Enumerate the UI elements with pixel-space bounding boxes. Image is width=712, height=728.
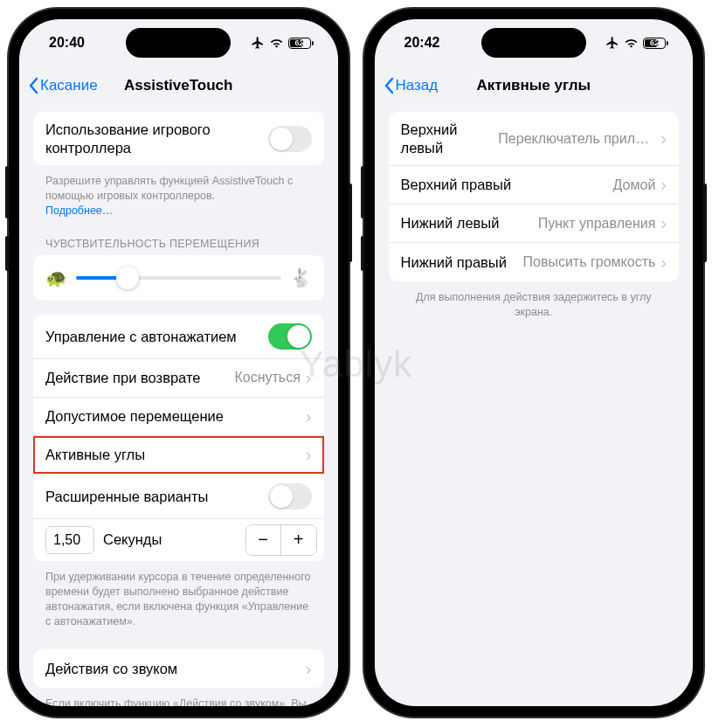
nav-bar: Назад Активные углы — [375, 66, 694, 105]
header-sensitivity: ЧУВСТВИТЕЛЬНОСТЬ ПЕРЕМЕЩЕНИЯ — [33, 225, 324, 253]
stepper-minus[interactable]: − — [246, 525, 281, 555]
footer-game-controller: Разрешите управлять функцией AssistiveTo… — [33, 170, 324, 225]
footer-corners: Для выполнения действия задержитесь в уг… — [389, 287, 680, 327]
back-label: Касание — [40, 77, 98, 94]
row-label: Допустимое перемещение — [45, 407, 304, 426]
row-detail: Коснуться — [234, 370, 300, 385]
chevron-right-icon: › — [660, 213, 667, 233]
row-hot-corners[interactable]: Активные углы › — [33, 436, 324, 475]
row-label: Действие при возврате — [45, 369, 234, 387]
group-dwell: Управление с автонажатием Действие при в… — [33, 315, 324, 561]
toggle-dwell[interactable] — [268, 323, 312, 350]
row-movement-tolerance[interactable]: Допустимое перемещение › — [33, 398, 324, 436]
tortoise-icon: 🐢 — [45, 267, 67, 288]
row-bottom-right[interactable]: Нижний правый Повысить громкость › — [389, 243, 680, 281]
row-dwell-control[interactable]: Управление с автонажатием — [33, 315, 324, 359]
toggle-advanced[interactable] — [268, 483, 312, 510]
nav-bar: Касание AssistiveTouch — [19, 66, 338, 105]
group-sensitivity: 🐢 🐇 — [33, 255, 324, 301]
chevron-right-icon: › — [660, 128, 667, 149]
learn-more-link[interactable]: Подробнее… — [45, 205, 113, 217]
chevron-right-icon: › — [660, 175, 667, 195]
status-time: 20:42 — [404, 35, 440, 51]
wifi-icon — [269, 38, 284, 49]
slider-thumb[interactable] — [116, 267, 139, 289]
dynamic-island — [126, 28, 231, 58]
row-game-controller[interactable]: Использование игрового контроллера — [33, 112, 324, 165]
stepper-value[interactable]: 1,50 — [45, 526, 94, 554]
row-bottom-left[interactable]: Нижний левый Пункт управления › — [389, 205, 680, 243]
row-stepper: 1,50 Секунды − + — [33, 519, 324, 561]
footer-sound: Если включить функцию «Действия со звуко… — [33, 693, 324, 706]
chevron-right-icon: › — [660, 253, 667, 273]
status-time: 20:40 — [49, 35, 85, 51]
stepper-label: Секунды — [103, 531, 245, 548]
row-label: Верхний правый — [401, 176, 613, 194]
battery-icon: 62 — [643, 38, 668, 49]
row-top-left[interactable]: Верхний левый Переключатель прило… › — [389, 112, 680, 166]
screen-left: 20:40 62 Касание AssistiveTouch — [19, 19, 338, 706]
back-button[interactable]: Назад — [384, 77, 439, 94]
back-label: Назад — [396, 77, 439, 94]
row-sound-actions[interactable]: Действия со звуком › — [33, 649, 324, 688]
slider-track[interactable] — [76, 276, 281, 280]
row-detail: Домой — [613, 177, 656, 193]
row-label: Нижний левый — [401, 214, 538, 232]
battery-icon: 62 — [288, 38, 314, 49]
row-detail: Переключатель прило… — [498, 131, 655, 147]
row-label: Активные углы — [45, 446, 304, 464]
wifi-icon — [624, 38, 639, 49]
row-label: Управление с автонажатием — [45, 328, 268, 346]
phone-left: 20:40 62 Касание AssistiveTouch — [9, 9, 349, 717]
screen-right: 20:42 62 Назад Активные углы — [375, 19, 694, 706]
airplane-icon — [605, 36, 619, 50]
row-top-right[interactable]: Верхний правый Домой › — [389, 166, 680, 205]
row-label: Расширенные варианты — [45, 488, 268, 506]
stepper-control: − + — [245, 524, 317, 556]
row-detail: Пункт управления — [538, 216, 656, 232]
row-fallback-action[interactable]: Действие при возврате Коснуться › — [33, 359, 324, 398]
row-label: Использование игрового контроллера — [45, 121, 268, 156]
row-detail: Повысить громкость — [523, 254, 656, 270]
row-label: Действия со звуком — [45, 660, 304, 678]
dynamic-island — [481, 28, 586, 58]
slider-row[interactable]: 🐢 🐇 — [33, 255, 324, 301]
group-corners: Верхний левый Переключатель прило… › Вер… — [389, 112, 680, 281]
group-game-controller: Использование игрового контроллера — [33, 112, 324, 165]
hare-icon: 🐇 — [290, 267, 312, 288]
airplane-icon — [251, 36, 265, 50]
chevron-right-icon: › — [306, 445, 312, 465]
footer-dwell: При удерживании курсора в течение опреде… — [33, 566, 324, 636]
toggle-game-controller[interactable] — [268, 126, 312, 152]
back-button[interactable]: Касание — [28, 77, 98, 94]
content: Верхний левый Переключатель прило… › Вер… — [375, 105, 694, 706]
group-sound: Действия со звуком › — [33, 649, 324, 688]
chevron-right-icon: › — [306, 659, 312, 679]
row-label: Верхний левый — [401, 121, 499, 156]
chevron-right-icon: › — [306, 368, 312, 388]
row-label: Нижний правый — [401, 253, 523, 272]
stepper-plus[interactable]: + — [281, 525, 316, 555]
row-advanced[interactable]: Расширенные варианты — [33, 475, 324, 519]
phone-right: 20:42 62 Назад Активные углы — [364, 9, 704, 717]
content: Использование игрового контроллера Разре… — [19, 105, 338, 706]
chevron-right-icon: › — [306, 406, 312, 426]
